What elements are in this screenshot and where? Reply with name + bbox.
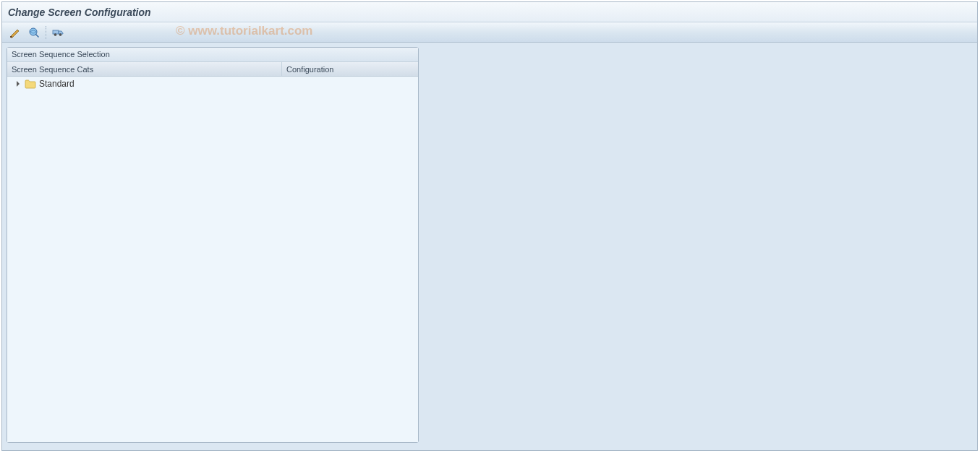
transport-button[interactable] (51, 25, 65, 40)
page-title: Change Screen Configuration (8, 7, 151, 18)
folder-icon (25, 79, 36, 89)
magnifier-world-icon (28, 27, 40, 38)
toolbar-separator (46, 26, 46, 39)
chevron-right-icon (15, 81, 21, 87)
tree-cell-cats: Standard (7, 79, 282, 89)
svg-point-5 (59, 33, 61, 35)
tree-node-label: Standard (39, 79, 74, 89)
column-header-configuration[interactable]: Configuration (282, 62, 418, 76)
toolbar: © www.tutorialkart.com (2, 22, 977, 43)
pencil-glasses-icon (9, 27, 21, 38)
display-change-toggle[interactable] (8, 25, 22, 40)
svg-rect-0 (10, 36, 12, 38)
content-area: Screen Sequence Selection Screen Sequenc… (2, 43, 977, 450)
svg-point-4 (54, 33, 56, 35)
tree-body[interactable]: Standard (7, 77, 418, 442)
app-frame: Change Screen Configuration (1, 1, 978, 451)
expand-collapse-toggle[interactable] (14, 80, 22, 87)
where-used-button[interactable] (27, 25, 41, 40)
svg-rect-3 (53, 30, 59, 34)
panel-title: Screen Sequence Selection (7, 48, 418, 62)
tree-column-header: Screen Sequence Cats Configuration (7, 62, 418, 77)
column-header-cats[interactable]: Screen Sequence Cats (7, 62, 282, 76)
transport-truck-icon (52, 27, 64, 38)
tree-row[interactable]: Standard (7, 77, 418, 91)
svg-line-2 (36, 34, 39, 37)
watermark-text: © www.tutorialkart.com (176, 24, 312, 38)
screen-sequence-panel: Screen Sequence Selection Screen Sequenc… (7, 47, 419, 443)
title-bar: Change Screen Configuration (2, 2, 977, 22)
